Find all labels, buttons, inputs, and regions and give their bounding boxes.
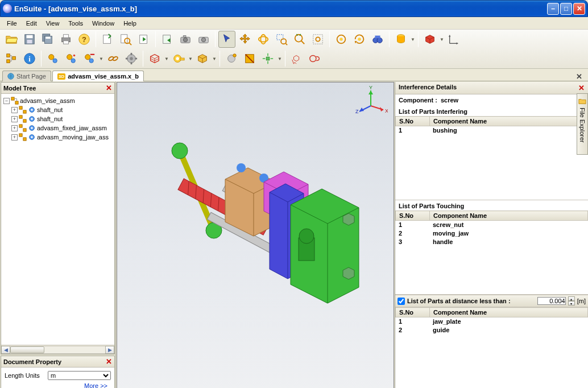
touching-list[interactable]: 1screw_nut2moving_jaw3handle <box>395 221 588 295</box>
expand-icon[interactable]: + <box>11 134 18 141</box>
expand-icon[interactable]: + <box>11 125 18 131</box>
box-button[interactable] <box>194 50 211 67</box>
advanced-gear-button[interactable] <box>223 50 240 67</box>
save-button[interactable] <box>21 31 38 48</box>
expand-icon[interactable]: + <box>11 116 18 122</box>
print-button[interactable] <box>57 31 74 48</box>
refresh-button[interactable] <box>99 31 116 48</box>
more-link[interactable]: More >> <box>5 380 111 388</box>
tab-start-page[interactable]: Start Page <box>2 71 51 81</box>
svg-point-30 <box>316 37 320 41</box>
length-units-select[interactable]: m <box>48 371 111 380</box>
interference-header: Interference Details ✕ <box>395 82 588 94</box>
3d-viewport[interactable]: X Y Z <box>117 82 394 388</box>
tree-node[interactable]: +advasm_moving_jaw_ass <box>11 133 112 142</box>
svg-point-87 <box>31 127 33 129</box>
distance-label: List of Parts at distance less than : <box>407 298 511 304</box>
menu-tools[interactable]: Tools <box>64 19 88 28</box>
interference-close[interactable]: ✕ <box>578 84 585 92</box>
cylinder-dropdown[interactable]: ▼ <box>410 37 416 42</box>
info-button[interactable]: i <box>21 50 38 67</box>
help-button[interactable]: ? <box>76 31 93 48</box>
close-button[interactable]: ✕ <box>573 3 585 15</box>
save-all-button[interactable] <box>39 31 56 48</box>
table-row[interactable]: 1screw_nut <box>395 221 588 229</box>
tab-document[interactable]: 3D advasm_vise_assm.x_b <box>52 71 144 81</box>
tab-close-button[interactable]: ✕ <box>574 72 585 81</box>
open-button[interactable] <box>3 31 20 48</box>
tree-hscroll[interactable]: ◀ ▶ <box>1 345 114 354</box>
table-row[interactable]: 2moving_jaw <box>395 229 588 238</box>
table-row[interactable]: 1bushing <box>395 126 588 135</box>
pan-button[interactable] <box>237 31 254 48</box>
axis-toggle-button[interactable] <box>445 31 462 48</box>
section-button[interactable] <box>241 50 258 67</box>
gears-3-button[interactable] <box>81 50 98 67</box>
export-button[interactable] <box>135 31 152 48</box>
gear-icon <box>28 133 36 141</box>
tree-node[interactable]: +shaft_nut <box>11 105 112 114</box>
snapshot-button[interactable] <box>195 31 212 48</box>
menu-help[interactable]: Help <box>119 19 141 28</box>
pick-cube-button[interactable] <box>288 50 305 67</box>
gears-1-button[interactable] <box>44 50 61 67</box>
link-button[interactable] <box>105 50 122 67</box>
select-arrow-button[interactable] <box>218 31 235 48</box>
svg-text:X: X <box>385 108 388 114</box>
search-doc-button[interactable] <box>117 31 134 48</box>
cube-dropdown[interactable]: ▼ <box>439 37 445 42</box>
tape-button[interactable] <box>170 50 187 67</box>
gear-settings-button[interactable] <box>123 50 140 67</box>
rotate-button[interactable] <box>255 31 272 48</box>
tape-dropdown[interactable]: ▼ <box>188 56 193 61</box>
box-dropdown[interactable]: ▼ <box>212 56 217 61</box>
file-explorer-tab[interactable]: File Explorer <box>577 93 588 155</box>
fit-button[interactable] <box>309 31 326 48</box>
svg-rect-7 <box>63 35 68 38</box>
model-tree[interactable]: − advasm_vise_assm +shaft_nut+shaft_nut+… <box>1 94 114 345</box>
doc-property-close[interactable]: ✕ <box>106 357 112 366</box>
scroll-right[interactable]: ▶ <box>105 346 114 354</box>
collapse-icon[interactable]: − <box>3 98 10 104</box>
mesh-dropdown[interactable]: ▼ <box>164 56 169 61</box>
table-row[interactable]: 2guide <box>395 326 588 335</box>
menu-view[interactable]: View <box>42 19 64 28</box>
gears-2-button[interactable] <box>63 50 80 67</box>
tree-toggle-button[interactable] <box>3 50 20 67</box>
distance-input[interactable] <box>537 297 566 305</box>
component-label: Component : <box>399 97 437 104</box>
zoom-window-button[interactable] <box>273 31 290 48</box>
interfering-list[interactable]: 1bushing <box>395 126 588 200</box>
part-icon <box>19 133 27 141</box>
gears-3-dropdown[interactable]: ▼ <box>98 56 104 61</box>
minimize-button[interactable]: – <box>547 3 559 15</box>
maximize-button[interactable]: □ <box>560 3 572 15</box>
explode-button[interactable] <box>259 50 276 67</box>
distance-spinner[interactable]: ▴▾ <box>568 296 575 306</box>
model-tree-close[interactable]: ✕ <box>106 84 112 92</box>
tree-node[interactable]: +advasm_fixed_jaw_assm <box>11 123 112 133</box>
orbit-button[interactable] <box>333 31 350 48</box>
cylinder-button[interactable] <box>392 31 409 48</box>
menu-edit[interactable]: Edit <box>22 19 42 28</box>
expand-icon[interactable]: + <box>11 107 18 113</box>
tree-node[interactable]: +shaft_nut <box>11 114 112 123</box>
distance-checkbox[interactable] <box>397 298 405 305</box>
sketch-icon[interactable] <box>307 50 324 67</box>
import-button[interactable] <box>159 31 176 48</box>
tree-root[interactable]: − advasm_vise_assm <box>3 96 112 105</box>
svg-point-119 <box>299 229 314 243</box>
mesh-button[interactable] <box>146 50 163 67</box>
distance-list[interactable]: 1jaw_plate2guide <box>395 317 588 388</box>
camera-button[interactable] <box>177 31 194 48</box>
spin-button[interactable] <box>351 31 368 48</box>
zoom-button[interactable] <box>291 31 308 48</box>
cube-button[interactable] <box>421 31 438 48</box>
menu-window[interactable]: Window <box>88 19 119 28</box>
menu-file[interactable]: File <box>2 19 22 28</box>
table-row[interactable]: 1jaw_plate <box>395 317 588 326</box>
binoculars-button[interactable] <box>369 31 386 48</box>
table-row[interactable]: 3handle <box>395 238 588 246</box>
scroll-left[interactable]: ◀ <box>1 346 10 354</box>
explode-dropdown[interactable]: ▼ <box>277 56 283 61</box>
